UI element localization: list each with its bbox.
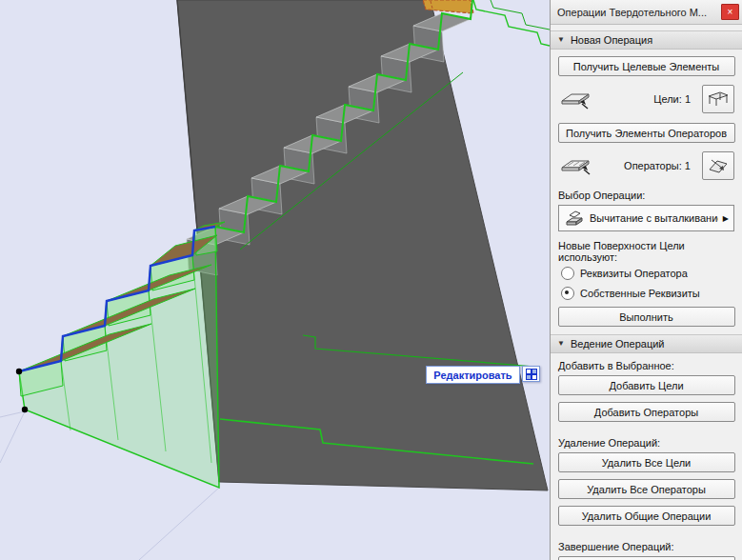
radio-circle-checked-icon — [561, 287, 574, 300]
operation-selector[interactable]: Вычитание с выталкивание... — [558, 205, 734, 231]
panel-titlebar[interactable]: Операции Твердотельного М... × — [551, 0, 742, 25]
edit-tooltip-label[interactable]: Редактировать — [426, 366, 520, 384]
collapse-triangle-icon — [557, 340, 565, 348]
radio-label: Реквизиты Оператора — [580, 268, 688, 279]
panel-content: Новая Операция Получить Целевые Элементы… — [551, 25, 742, 560]
flyout-arrow-icon — [723, 214, 729, 223]
3d-scene[interactable] — [0, 0, 550, 560]
execute-button[interactable]: Выполнить — [558, 307, 735, 327]
add-targets-button[interactable]: Добавить Цели — [558, 375, 735, 395]
collapse-triangle-icon — [557, 36, 565, 44]
choose-operation-label: Выбор Операции: — [558, 190, 734, 201]
get-operators-button[interactable]: Получить Элементы Операторов — [558, 123, 735, 143]
target-element-icon — [707, 90, 730, 108]
archicad-window: Редактировать Операции Твердотельного М.… — [0, 0, 742, 560]
pick-operators-button[interactable] — [702, 151, 734, 180]
operators-row: Операторы: 1 — [558, 150, 734, 182]
panel-title: Операции Твердотельного М... — [557, 7, 721, 18]
delete-all-operators-button[interactable]: Удалить Все Операторы — [558, 479, 735, 499]
subtract-extrusion-icon — [564, 209, 585, 228]
solid-operations-panel: Операции Твердотельного М... × Новая Опе… — [550, 0, 742, 560]
operators-count: Операторы: 1 — [600, 160, 702, 171]
add-operators-button[interactable]: Добавить Операторы — [558, 402, 735, 422]
finish-operations-label: Завершение Операций: — [558, 541, 734, 552]
delete-operations-label: Удаление Операций: — [558, 437, 734, 449]
get-targets-button[interactable]: Получить Целевые Элементы — [558, 56, 735, 76]
section-header-manage[interactable]: Ведение Операций — [551, 334, 742, 353]
pet-palette-button[interactable] — [522, 366, 540, 382]
operation-value: Вычитание с выталкивание... — [590, 212, 718, 224]
targets-row: Цели: 1 — [558, 83, 734, 115]
radio-circle-icon — [561, 267, 574, 280]
close-button[interactable]: × — [721, 4, 739, 20]
delete-all-targets-button[interactable]: Удалить Все Цели — [558, 452, 735, 472]
pick-targets-button[interactable] — [702, 85, 734, 113]
convert-to-morphs-button[interactable]: Преобразовать в Морфы — [558, 556, 735, 560]
targets-count: Цели: 1 — [600, 93, 702, 105]
surfaces-usage-label: Новые Поверхности Цели используют: — [558, 240, 734, 263]
section-label: Новая Операция — [571, 34, 652, 46]
section-label: Ведение Операций — [571, 338, 665, 350]
add-to-selection-label: Добавить в Выбранное: — [558, 360, 734, 371]
3d-viewport[interactable]: Редактировать — [0, 0, 550, 560]
pet-palette-grid-icon — [526, 369, 537, 380]
delete-common-operations-button[interactable]: Удалить Общие Операции — [558, 506, 735, 526]
radio-own-attributes[interactable]: Собственные Реквизиты — [561, 287, 732, 300]
targets-icon — [558, 87, 600, 111]
radio-label: Собственные Реквизиты — [580, 288, 700, 299]
section-header-new-operation[interactable]: Новая Операция — [551, 30, 742, 50]
operator-element-icon — [707, 157, 730, 174]
operators-icon — [558, 153, 600, 178]
radio-operator-attributes[interactable]: Реквизиты Оператора — [561, 267, 732, 280]
edit-tooltip: Редактировать — [426, 366, 540, 384]
